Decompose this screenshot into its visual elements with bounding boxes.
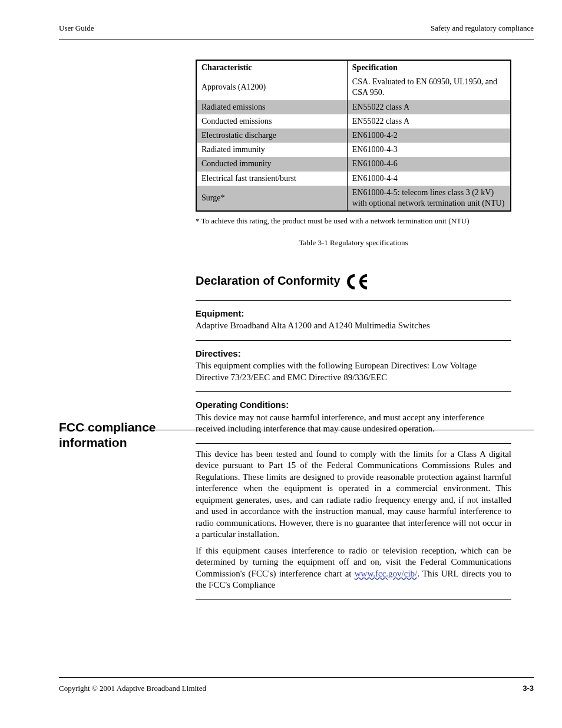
table-row: Electrostatic dischargeEN61000-4-2 xyxy=(196,129,511,143)
table-cell: Surge* xyxy=(196,186,347,211)
spec-table: Characteristic Specification Approvals (… xyxy=(196,60,511,212)
table-cell: EN61000-4-3 xyxy=(347,143,511,157)
table-cell: Radiated emissions xyxy=(196,100,347,114)
fcc-divider xyxy=(59,430,534,430)
fcc-left-heading: FCC compliance information xyxy=(59,420,177,451)
table-row: Conducted emissionsEN55022 class A xyxy=(196,114,511,129)
page-header: User Guide Safety and regulatory complia… xyxy=(59,21,534,39)
fcc-body2: If this equipment causes interference to… xyxy=(196,545,511,591)
table-row: Surge*EN61000-4-5: telecom lines class 3… xyxy=(196,186,511,211)
fcc-body1: This device has been tested and found to… xyxy=(196,449,511,541)
declaration-heading-text: Declaration of Conformity xyxy=(196,274,340,287)
table-row: Approvals (A1200)CSA. Evaluated to EN 60… xyxy=(196,75,511,100)
declaration-heading: Declaration of Conformity xyxy=(196,272,511,292)
table-cell: EN61000-4-5: telecom lines class 3 (2 kV… xyxy=(347,186,511,211)
opconditions-value: This device may not cause harmful interf… xyxy=(196,412,511,435)
spec-caption: Table 3-1 Regulatory specifications xyxy=(196,238,511,248)
table-cell: Conducted emissions xyxy=(196,114,347,129)
table-row: Radiated immunityEN61000-4-3 xyxy=(196,143,511,157)
table-cell: Approvals (A1200) xyxy=(196,75,347,100)
spec-th-characteristic: Characteristic xyxy=(196,60,347,75)
equipment-value: Adaptive Broadband Alta A1200 and A1240 … xyxy=(196,320,511,332)
spec-footnote: * To achieve this rating, the product mu… xyxy=(196,216,511,226)
directives-value: This equipment complies with the followi… xyxy=(196,360,511,383)
equipment-label: Equipment: xyxy=(196,308,511,319)
directives-label: Directives: xyxy=(196,348,511,360)
footer-page: 3-3 xyxy=(523,684,534,694)
table-cell: EN55022 class A xyxy=(347,114,511,129)
table-cell: EN61000-4-6 xyxy=(347,157,511,171)
fcc-link[interactable]: www.fcc.gov/cib/ xyxy=(355,569,418,578)
spec-th-specification: Specification xyxy=(347,60,511,75)
table-cell: EN55022 class A xyxy=(347,100,511,114)
page-footer: Copyright © 2001 Adaptive Broadband Limi… xyxy=(59,677,534,694)
header-right-text: Safety and regulatory compliance xyxy=(431,24,534,34)
table-cell: EN61000-4-4 xyxy=(347,172,511,186)
footer-copyright: Copyright © 2001 Adaptive Broadband Limi… xyxy=(59,684,206,693)
opconditions-label: Operating Conditions: xyxy=(196,399,511,411)
table-cell: Conducted immunity xyxy=(196,157,347,171)
table-cell: EN61000-4-2 xyxy=(347,129,511,143)
table-row: Electrical fast transient/burstEN61000-4… xyxy=(196,172,511,186)
table-row: Radiated emissionsEN55022 class A xyxy=(196,100,511,114)
table-cell: Electrostatic discharge xyxy=(196,129,347,143)
table-cell: Radiated immunity xyxy=(196,143,347,157)
table-row: Conducted immunityEN61000-4-6 xyxy=(196,157,511,171)
ce-mark-icon xyxy=(345,272,369,292)
table-cell: Electrical fast transient/burst xyxy=(196,172,347,186)
header-left-text: User Guide xyxy=(59,24,94,34)
table-cell: CSA. Evaluated to EN 60950, UL1950, and … xyxy=(347,75,511,100)
